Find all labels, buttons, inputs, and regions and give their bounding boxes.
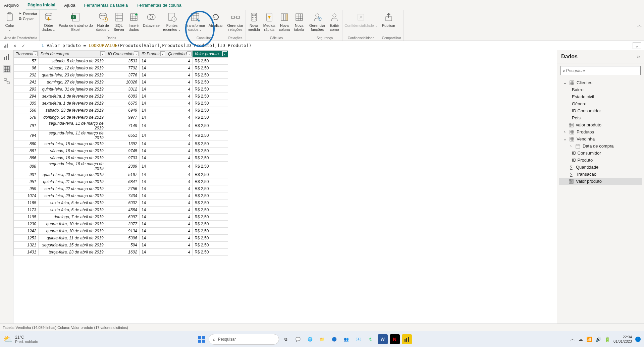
cell[interactable]: 14: [139, 93, 166, 100]
cell[interactable]: segunda-feira, 11 de março de 2019: [38, 121, 106, 131]
table-row[interactable]: 57sábado, 5 de janeiro de 20193533144R$ …: [14, 58, 228, 65]
table-row[interactable]: 1173sexta-feira, 5 de abril de 201945641…: [14, 207, 228, 214]
cell[interactable]: 4: [166, 121, 193, 131]
cell[interactable]: 14: [139, 114, 166, 121]
cell[interactable]: 860: [14, 140, 39, 148]
cell[interactable]: 4: [166, 199, 193, 207]
cell[interactable]: 14: [139, 199, 166, 207]
cell[interactable]: 3977: [106, 221, 139, 228]
cell[interactable]: R$ 2,50: [193, 171, 228, 178]
cell[interactable]: sábado, 12 de janeiro de 2019: [38, 65, 106, 72]
volume-icon[interactable]: 🔊: [595, 337, 601, 342]
cell[interactable]: 14: [139, 131, 166, 140]
table-row[interactable]: 294sexta-feira, 1 de fevereiro de 201960…: [14, 93, 228, 100]
cell[interactable]: 959: [14, 185, 39, 192]
cell[interactable]: R$ 2,50: [193, 214, 228, 221]
table-row[interactable]: 578domingo, 24 de fevereiro de 201999771…: [14, 114, 228, 121]
table-row[interactable]: 1253quinta-feira, 11 de abril de 2019539…: [14, 235, 228, 242]
wifi-icon[interactable]: 📶: [586, 337, 592, 342]
cell[interactable]: 7434: [106, 192, 139, 199]
cell[interactable]: R$ 2,50: [193, 242, 228, 249]
cell[interactable]: 931: [14, 171, 39, 178]
cell[interactable]: 4: [166, 114, 193, 121]
ribbon-collapse-icon[interactable]: ︿: [637, 22, 642, 28]
cell[interactable]: R$ 2,50: [193, 192, 228, 199]
table-row[interactable]: 959sexta-feira, 22 de março de 201927561…: [14, 185, 228, 192]
col-header-id-produto[interactable]: ID Produto⌄: [139, 51, 166, 58]
cell[interactable]: 14: [139, 185, 166, 192]
cell[interactable]: sábado, 16 de março de 2019: [38, 155, 106, 162]
formula-dropdown[interactable]: ⌄: [633, 42, 641, 49]
cell[interactable]: 2389: [106, 162, 139, 171]
cell[interactable]: R$ 2,50: [193, 199, 228, 207]
filter-dropdown-icon[interactable]: ⌄: [160, 51, 165, 56]
cell[interactable]: R$ 2,50: [193, 114, 228, 121]
cell[interactable]: R$ 2,50: [193, 100, 228, 107]
cell[interactable]: 9745: [106, 148, 139, 155]
edge-icon[interactable]: 🌐: [305, 334, 315, 344]
cell[interactable]: 3012: [106, 86, 139, 93]
obter-button[interactable]: Obterdados ⌄: [42, 11, 55, 32]
cell[interactable]: R$ 2,50: [193, 162, 228, 171]
table-row[interactable]: 1074sexta-feira, 29 de março de 20197434…: [14, 192, 228, 199]
nova-button[interactable]: Novacoluna: [279, 11, 290, 32]
cell[interactable]: 14: [139, 235, 166, 242]
cell[interactable]: R$ 2,50: [193, 107, 228, 114]
table-row[interactable]: 1230quarta-feira, 10 de abril de 2019397…: [14, 221, 228, 228]
data-view-icon[interactable]: [3, 65, 11, 73]
start-button[interactable]: [197, 334, 207, 344]
cell[interactable]: 14: [139, 72, 166, 79]
cell[interactable]: 1431: [14, 249, 39, 256]
cell[interactable]: quarta-feira, 10 de abril de 2019: [38, 221, 106, 228]
cell[interactable]: R$ 2,50: [193, 58, 228, 65]
cell[interactable]: R$ 2,50: [193, 221, 228, 228]
table-row[interactable]: 1242quarta-feira, 10 de abril de 2019913…: [14, 228, 228, 235]
cell[interactable]: 14: [139, 121, 166, 131]
cell[interactable]: 14: [139, 178, 166, 185]
cell[interactable]: 1321: [14, 242, 39, 249]
formula-commit[interactable]: ✓: [20, 42, 27, 49]
table-row[interactable]: 794segunda-feira, 11 de março de 2019655…: [14, 131, 228, 140]
cell[interactable]: 2756: [106, 185, 139, 192]
word-icon[interactable]: W: [378, 334, 388, 344]
cell[interactable]: 14: [139, 221, 166, 228]
cell[interactable]: 96: [14, 65, 39, 72]
field-id-consumidor[interactable]: ID Consumidor: [559, 150, 642, 157]
cell[interactable]: 866: [14, 155, 39, 162]
cell[interactable]: 6551: [106, 131, 139, 140]
dataverse-button[interactable]: Dataverse: [143, 11, 160, 27]
taskbar-weather[interactable]: ⛅ 21°C Pred. nublado: [3, 335, 38, 344]
report-view-icon[interactable]: [3, 53, 11, 61]
cell[interactable]: R$ 2,50: [193, 249, 228, 256]
table-row[interactable]: 866sábado, 16 de março de 20199703144R$ …: [14, 155, 228, 162]
cell[interactable]: 1602: [106, 249, 139, 256]
cell[interactable]: R$ 2,50: [193, 93, 228, 100]
field-produtos[interactable]: ›Produtos: [559, 128, 642, 135]
cell[interactable]: 9134: [106, 228, 139, 235]
cell[interactable]: 202: [14, 72, 39, 79]
col-header-id-consumidor[interactable]: ID Consumidor⌄: [106, 51, 139, 58]
gerenciar-button[interactable]: Gerenciarfunções: [309, 11, 325, 32]
cell[interactable]: 4: [166, 148, 193, 155]
cell[interactable]: 5167: [106, 171, 139, 178]
cell[interactable]: 6841: [106, 178, 139, 185]
field-valor-produto[interactable]: fxValor produto: [559, 178, 642, 185]
onedrive-icon[interactable]: ☁: [578, 337, 583, 342]
cell[interactable]: 4: [166, 72, 193, 79]
chrome-icon[interactable]: 🔵: [329, 334, 339, 344]
cell[interactable]: 10026: [106, 79, 139, 86]
taskbar-clock[interactable]: 22:34 01/01/2023: [613, 335, 632, 344]
filter-dropdown-icon[interactable]: ⌄: [33, 51, 38, 56]
cell[interactable]: 1165: [14, 199, 39, 207]
fields-search-input[interactable]: [565, 68, 638, 73]
cell[interactable]: terça-feira, 23 de abril de 2019: [38, 249, 106, 256]
cell[interactable]: sexta-feira, 1 de fevereiro de 2019: [38, 93, 106, 100]
cell[interactable]: 4: [166, 86, 193, 93]
table-row[interactable]: 861sábado, 16 de março de 20199745144R$ …: [14, 148, 228, 155]
cell[interactable]: 4: [166, 79, 193, 86]
cell[interactable]: R$ 2,50: [193, 86, 228, 93]
cell[interactable]: 3776: [106, 72, 139, 79]
cell[interactable]: quinta-feira, 21 de março de 2019: [38, 178, 106, 185]
cell[interactable]: 791: [14, 121, 39, 131]
cell[interactable]: 9977: [106, 114, 139, 121]
